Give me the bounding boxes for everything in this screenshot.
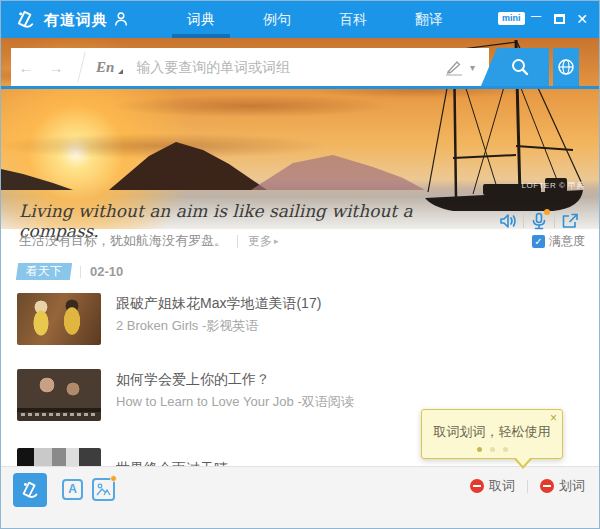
screenshot-translate-button[interactable] — [92, 478, 115, 501]
mini-mode-button[interactable]: mini — [498, 12, 525, 25]
carousel-dot[interactable] — [503, 447, 508, 452]
back-icon[interactable]: ← — [11, 59, 41, 76]
feed-header: 看天下 02-10 — [17, 263, 123, 280]
handwriting-icon[interactable] — [444, 57, 464, 77]
youdao-dict-window: 有道词典 词典 例句 百科 翻译 mini ─ ✕ — [0, 0, 600, 529]
satisfaction-checkbox-group[interactable]: ✓ 满意度 — [532, 233, 585, 250]
satisfaction-label: 满意度 — [549, 233, 585, 250]
more-arrow-icon: ▸ — [274, 236, 279, 246]
satisfaction-checkbox[interactable]: ✓ — [532, 235, 545, 248]
youdao-logo-icon — [14, 8, 37, 31]
divider — [527, 480, 528, 493]
tooltip-text: 取词划词，轻松使用 — [422, 423, 562, 441]
globe-icon — [557, 58, 575, 76]
divider — [554, 214, 555, 228]
divider — [80, 266, 81, 278]
maximize-icon — [554, 14, 565, 24]
language-caret-icon — [118, 69, 123, 74]
more-link[interactable]: 更多 — [248, 233, 272, 250]
divider — [523, 214, 524, 228]
close-button[interactable]: ✕ — [573, 1, 591, 38]
image-translate-icon — [94, 480, 113, 499]
carousel-dot[interactable] — [490, 447, 495, 452]
feed-item-thumbnail[interactable] — [17, 369, 101, 421]
tab-label: 词典 — [187, 11, 215, 27]
search-input[interactable] — [136, 59, 444, 75]
search-bar-underline — [1, 86, 600, 89]
word-highlight-label[interactable]: 划词 — [559, 477, 585, 495]
tab-label: 翻译 — [415, 11, 443, 27]
microphone-icon[interactable] — [529, 211, 549, 231]
capture-toggles: 取词 划词 — [470, 477, 585, 495]
photo-watermark: LOFTER © 甲典 — [522, 180, 585, 191]
tab-dictionary[interactable]: 词典 — [163, 1, 239, 38]
word-capture-toggle-icon[interactable] — [470, 479, 484, 493]
divider — [237, 235, 238, 248]
notification-dot — [110, 475, 117, 482]
feed-badge-label: 看天下 — [26, 263, 62, 280]
feed-item-subtitle: How to Learn to Love Your Job -双语阅读 — [116, 393, 354, 411]
divider — [77, 52, 85, 82]
carousel-dot[interactable] — [477, 447, 482, 452]
suggestions-caret-icon[interactable]: ▾ — [470, 62, 475, 73]
feed-item-subtitle: 2 Broken Girls -影视英语 — [116, 317, 258, 335]
minimize-button[interactable]: ─ — [528, 1, 544, 38]
feed-item[interactable]: 跟破产姐妹花Max学地道美语(17) 2 Broken Girls -影视英语 — [17, 293, 583, 349]
speaker-icon[interactable] — [498, 211, 518, 231]
word-translate-button[interactable]: A — [62, 479, 83, 500]
tooltip-tail — [516, 458, 530, 466]
user-account-icon[interactable] — [112, 9, 130, 29]
word-highlight-toggle-icon[interactable] — [540, 479, 554, 493]
active-tab-underline — [172, 34, 230, 38]
app-title: 有道词典 — [44, 1, 108, 38]
tab-encyclopedia[interactable]: 百科 — [315, 1, 391, 38]
quote-actions — [493, 211, 585, 231]
tab-translate[interactable]: 翻译 — [391, 1, 467, 38]
feed-item-thumbnail[interactable] — [17, 293, 101, 345]
tooltip-close-icon[interactable]: × — [550, 411, 557, 425]
feed-section-badge[interactable]: 看天下 — [16, 263, 72, 280]
letter-a-icon: A — [68, 482, 77, 496]
word-capture-label[interactable]: 取词 — [489, 477, 515, 495]
footer-toolbar: A 取词 划词 — [1, 466, 600, 528]
tab-label: 例句 — [263, 11, 291, 27]
quote-translation-row: 生活没有目标，犹如航海没有罗盘。 更多 ▸ ✓ 满意度 — [19, 232, 585, 250]
forward-icon[interactable]: → — [41, 59, 71, 76]
language-selector[interactable]: En — [88, 58, 126, 76]
search-bar: ← → En ▾ — [11, 48, 489, 86]
feature-tooltip: 取词划词，轻松使用 × — [421, 409, 563, 459]
maximize-button[interactable] — [551, 1, 567, 38]
youdao-logo-icon — [19, 479, 41, 501]
web-search-button[interactable] — [553, 48, 579, 86]
home-logo-button[interactable] — [13, 473, 47, 507]
feed-item-title[interactable]: 跟破产姐妹花Max学地道美语(17) — [116, 295, 321, 313]
share-icon[interactable] — [560, 211, 580, 231]
daily-quote-chinese: 生活没有目标，犹如航海没有罗盘。 — [19, 232, 227, 250]
tab-label: 百科 — [339, 11, 367, 27]
title-bar: 有道词典 词典 例句 百科 翻译 mini ─ ✕ — [1, 1, 599, 38]
feed-item-title[interactable]: 如何学会爱上你的工作？ — [116, 371, 270, 389]
main-tabs: 词典 例句 百科 翻译 — [163, 1, 467, 38]
tab-examples[interactable]: 例句 — [239, 1, 315, 38]
language-label: En — [96, 59, 114, 75]
feed-date: 02-10 — [90, 264, 123, 279]
notification-dot — [544, 209, 550, 215]
search-icon — [509, 56, 531, 78]
tooltip-carousel-dots — [422, 447, 562, 452]
